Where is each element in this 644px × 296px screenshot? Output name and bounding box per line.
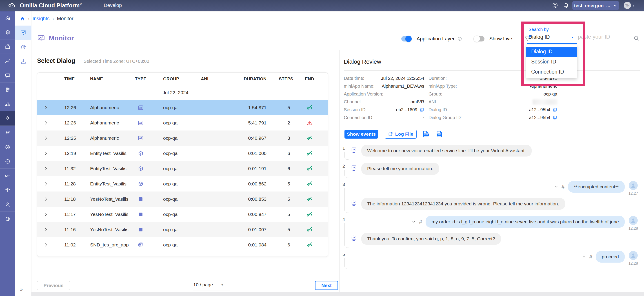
bot-robot-icon[interactable] <box>350 199 357 206</box>
page-size-select[interactable]: 10 / page ▾ <box>193 282 230 288</box>
avatar-divider <box>621 2 621 9</box>
table-row[interactable]: 12:26AlphanumericA1ocp-qa5:41.7912 <box>37 115 328 131</box>
avatar-caret-icon[interactable]: ▾ <box>633 4 634 7</box>
account-menu-button[interactable]: test_energon_... <box>572 1 619 10</box>
search-icon[interactable] <box>633 35 640 41</box>
dtmf-hash-icon[interactable]: # <box>590 254 592 260</box>
settings-gear-icon[interactable] <box>552 2 558 9</box>
dropdown-option-session-id[interactable]: Session ID <box>526 57 577 67</box>
copy-icon[interactable] <box>552 115 557 120</box>
row-expand-chevron-icon[interactable] <box>43 136 48 141</box>
info-icon[interactable] <box>457 36 462 41</box>
cell-group: ocp-qa <box>152 105 189 110</box>
date-group-label: Jul 22, 2024 <box>152 90 189 95</box>
table-row[interactable]: 11:18YesNoTest_Vasilisocp-qa0:00.8535 <box>37 191 328 207</box>
sidebar-item-network[interactable] <box>0 97 15 111</box>
row-expand-chevron-icon[interactable] <box>43 120 48 125</box>
globe-icon <box>5 216 10 222</box>
sidebar-item-insights[interactable] <box>0 111 15 126</box>
application-layer-toggle[interactable] <box>401 36 412 41</box>
previous-page-button[interactable]: Previous <box>37 281 70 290</box>
sidebar-item-layers[interactable] <box>0 25 15 39</box>
cell-group: ocp-qa <box>152 120 189 126</box>
sidebar-item-chat[interactable] <box>0 68 15 83</box>
bot-robot-icon[interactable] <box>350 164 357 171</box>
notifications-bell-icon[interactable]: 1 <box>563 2 570 8</box>
json-file-download-icon[interactable]: JSON <box>422 130 430 138</box>
copy-icon[interactable] <box>420 107 424 112</box>
search-input[interactable] <box>578 34 632 40</box>
expand-chevron-icon[interactable] <box>582 255 586 259</box>
next-page-button[interactable]: Next <box>315 281 338 290</box>
row-expand-chevron-icon[interactable] <box>43 151 48 156</box>
table-row[interactable]: 11:17YesNoTest_Vasilisocp-qa0:00.8475 <box>37 207 328 222</box>
avatar[interactable]: TN <box>624 2 631 9</box>
conversation-transcript: 1Welcome to our new voice-enabled servic… <box>342 145 638 272</box>
table-row[interactable]: 12:25AlphanumericA1ocp-qa0:40.9673 <box>37 131 328 146</box>
cell-steps: 5 <box>279 181 300 187</box>
meta-label: Group: <box>428 92 442 97</box>
expand-chevron-icon[interactable] <box>412 220 416 224</box>
search-by-dropdown-menu: Dialog IDSession IDConnection ID <box>526 45 577 78</box>
bot-message-bubble: The information 1234123412341234 you pro… <box>361 198 565 210</box>
rtf-file-download-icon[interactable]: RTF <box>436 130 443 138</box>
table-row[interactable]: 11:28EntityTest_Vasilisocp-qa0:00.8625 <box>37 176 328 191</box>
table-row[interactable]: 11:32EntityTest_Vasilisocp-qa0:01.1916 <box>37 161 328 176</box>
scrollbar-track[interactable] <box>641 50 641 296</box>
bot-robot-icon[interactable] <box>350 146 357 153</box>
dtmf-hash-icon[interactable]: # <box>419 219 422 225</box>
table-row[interactable]: 11:02SND_tes_orc_appocp-qa0:01.0846 <box>37 237 328 253</box>
expand-chevron-icon[interactable] <box>554 184 558 189</box>
search-by-select[interactable]: Dialog ID <box>528 34 574 40</box>
sub-sidebar-item-pie[interactable] <box>15 40 32 54</box>
log-file-button[interactable]: Log File <box>385 130 416 139</box>
cell-duration: 0:01.007 <box>232 227 279 232</box>
sidebar-item-globe[interactable] <box>0 212 15 226</box>
sub-sidebar-item-download[interactable] <box>15 54 32 69</box>
type-alphanumeric-icon: A1 <box>138 135 144 141</box>
table-row[interactable]: 12:19EntityTest_Vasilisocp-qa0:01.0006 <box>37 146 328 161</box>
sidebar-item-sliders[interactable] <box>0 83 15 97</box>
sidebar-item-gear-user[interactable] <box>0 140 15 154</box>
horizontal-scrollbar-area[interactable] <box>15 292 644 296</box>
table-row[interactable]: 12:26AlphanumericA1ocp-qa1:54.8715 <box>37 100 328 115</box>
message-timestamp: 12:28 <box>628 261 638 266</box>
sidebar-item-cloud-stack[interactable] <box>0 126 15 140</box>
cell-group: ocp-qa <box>152 166 189 171</box>
show-events-button[interactable]: Show events <box>344 130 378 139</box>
row-expand-chevron-icon[interactable] <box>43 166 48 171</box>
home-icon[interactable] <box>20 16 25 21</box>
nav-develop[interactable]: Develop <box>104 2 122 8</box>
end-status-success-icon <box>306 242 322 248</box>
row-expand-chevron-icon[interactable] <box>43 181 48 186</box>
cell-duration: 0:00.862 <box>232 181 279 187</box>
sidebar-item-badge-check[interactable] <box>0 154 15 169</box>
bot-robot-icon[interactable] <box>350 234 357 241</box>
cell-duration: 0:01.084 <box>232 242 279 248</box>
dropdown-option-dialog-id[interactable]: Dialog ID <box>526 47 577 57</box>
breadcrumb-insights[interactable]: Insights <box>32 16 50 21</box>
row-expand-chevron-icon[interactable] <box>43 242 48 247</box>
row-expand-chevron-icon[interactable] <box>43 105 48 110</box>
cell-group: ocp-qa <box>152 151 189 156</box>
sub-sidebar-item-monitor[interactable] <box>15 25 32 40</box>
sidebar-collapse-chevrons[interactable]: » <box>20 287 23 293</box>
table-row[interactable]: 11:16YesNoTest_Vasilisocp-qa0:01.0075 <box>37 222 328 237</box>
sidebar-item-scales[interactable] <box>0 183 15 197</box>
sidebar-item-home[interactable] <box>0 11 15 25</box>
message-timestamp: 12:28 <box>628 226 638 231</box>
row-expand-chevron-icon[interactable] <box>43 212 48 217</box>
dtmf-hash-icon[interactable]: # <box>562 184 564 190</box>
message-timestamp: 12:27 <box>628 191 638 196</box>
row-expand-chevron-icon[interactable] <box>43 227 48 232</box>
cell-group: ocp-qa <box>152 227 189 232</box>
sidebar-item-user[interactable] <box>0 197 15 212</box>
dropdown-option-connection-id[interactable]: Connection ID <box>526 67 577 77</box>
sidebar-item-blocks[interactable] <box>0 39 15 54</box>
sidebar-item-plug[interactable] <box>0 169 15 183</box>
copy-icon[interactable] <box>552 107 557 112</box>
row-expand-chevron-icon[interactable] <box>43 197 48 202</box>
column-header-type: TYPE <box>135 76 146 81</box>
show-live-toggle[interactable] <box>474 36 484 41</box>
sidebar-item-trend[interactable] <box>0 54 15 68</box>
